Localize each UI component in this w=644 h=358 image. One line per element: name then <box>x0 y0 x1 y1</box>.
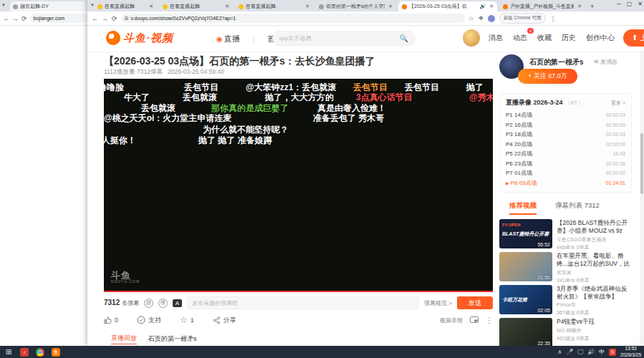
page-scrollbar[interactable] <box>640 51 644 347</box>
tab-recommend-videos[interactable]: 推荐视频 <box>509 201 537 215</box>
background-url-box[interactable]: bojianger.com <box>30 14 88 23</box>
streamer-name[interactable]: 石页的第一根矛s <box>529 57 584 67</box>
recording-item[interactable]: P4 20点场 02:00:00 <box>506 140 625 150</box>
tab-close-icon[interactable]: ✕ <box>225 4 229 9</box>
recommended-video-item[interactable]: F4 OPEN BLAST鹿特丹公开赛 56:52 【2026 BLAST鹿特丹… <box>499 219 632 249</box>
music-app-icon[interactable]: ♪ <box>20 348 29 357</box>
reload-icon[interactable]: ⟳ <box>21 15 27 22</box>
tab-audio-icon[interactable]: 🔊 <box>479 4 486 9</box>
chrome-update-pill[interactable]: 新版 Chrome 可用 <box>499 13 546 24</box>
profile-avatar[interactable] <box>488 15 495 22</box>
recording-item[interactable]: P5 22点场 16:43 <box>506 149 625 159</box>
user-menu-item[interactable]: 消息 <box>489 33 503 43</box>
player-progress-bar[interactable] <box>104 291 493 292</box>
video-source[interactable]: 斗鱼CSGO赛事主频道 <box>557 236 632 243</box>
back-icon[interactable]: ← <box>92 15 98 22</box>
video-title[interactable]: P4锐雯vs千珏 <box>557 318 632 326</box>
recording-item[interactable]: P1 14点场 02:00:03 <box>506 110 625 120</box>
video-source[interactable]: MG·蝴蝶侠 <box>557 327 632 334</box>
danmaku-font-icon[interactable]: A <box>173 299 182 307</box>
site-info-icon[interactable]: ⊞ <box>125 16 129 21</box>
extensions-icon[interactable]: ❖ <box>479 15 484 21</box>
browser-tab[interactable]: 【2026-03-25 03点场】石 🔊 ✕ <box>398 1 497 11</box>
danmaku-rules-link[interactable]: 弹幕规范 > <box>424 299 452 307</box>
volume-icon[interactable]: 🔊 <box>587 349 595 355</box>
danmaku-style-icon[interactable]: 弹 <box>158 299 168 308</box>
recording-item[interactable]: P3 18点场 02:00:03 <box>506 130 625 140</box>
browser-tab[interactable]: 石页的第一根矛s的个人空间 ✕ <box>315 1 396 11</box>
support-button[interactable]: 支持 <box>137 316 161 325</box>
recommended-video-item[interactable]: 卡组万花筒 02:05 3月赛季《绝命武器神仙反射火箭》【皇室战争】 Princ… <box>499 285 632 315</box>
menu-dots-icon[interactable]: ⋮ <box>550 15 557 22</box>
search-box[interactable]: qiqi太不容易 🔍 <box>272 31 415 46</box>
douyu-app-icon[interactable]: 鱼 <box>52 348 60 357</box>
video-title[interactable]: 【2026 BLAST鹿特丹公开赛】小组赛 MOUZ vs 9z B... <box>557 219 632 235</box>
bookmark-star-icon[interactable]: ☆ <box>468 15 474 22</box>
upload-video-button[interactable]: ⬆ 上传视频 <box>623 29 644 47</box>
url-box[interactable]: ⊞ v.douyu.com/show/0zZVvPQ2zVq7O4E2?ap=1 <box>121 14 465 23</box>
nav-live[interactable]: ◉直播 <box>216 34 240 44</box>
video-thumbnail[interactable]: F4 OPEN BLAST鹿特丹公开赛 56:52 <box>499 219 552 248</box>
more-options-icon[interactable]: ⋮ <box>486 316 493 324</box>
recordings-more-link[interactable]: 更多 > <box>611 100 625 107</box>
user-menu-item[interactable]: 收藏 <box>537 33 552 43</box>
recommended-video-item[interactable]: 22:35 P4锐雯vs千珏 MG·蝴蝶侠 462播放 0弹幕 <box>499 318 632 347</box>
tab-close-icon[interactable]: ✕ <box>305 4 309 9</box>
share-button[interactable]: 分享 <box>213 316 236 325</box>
recording-item[interactable]: P6 23点场 02:00:05 <box>506 159 625 169</box>
send-danmaku-button[interactable]: 发送 <box>457 296 493 309</box>
video-player[interactable]: 斗鱼 DOUYU.COM 噜噜脸丢包节目@大笨钟zz1：丢包就滚丢包节目丢包节目… <box>104 79 493 292</box>
tab-close-icon[interactable]: ✕ <box>489 4 494 9</box>
like-button[interactable]: 0 <box>104 316 118 324</box>
video-title[interactable]: 3月赛季《绝命武器神仙反射火箭》【皇室战争】 <box>557 285 632 300</box>
maximize-button[interactable]: ▢ <box>627 1 633 7</box>
close-button[interactable]: ✕ <box>638 1 643 7</box>
user-menu-item[interactable]: 历史 <box>562 33 576 43</box>
chrome-icon[interactable] <box>36 348 44 357</box>
reload-icon[interactable]: ⟳ <box>112 15 117 22</box>
video-thumbnail[interactable]: 卡组万花筒 02:05 <box>499 285 552 314</box>
forward-icon[interactable]: → <box>12 15 19 22</box>
tab-danmaku-list[interactable]: 弹幕列表 7312 <box>555 201 600 215</box>
scrollbar-thumb[interactable] <box>640 133 643 194</box>
background-tab[interactable]: 蹦音起舞-DY <box>10 1 87 11</box>
ime-indicator[interactable]: 中 <box>599 348 605 356</box>
breadcrumb-streamer[interactable]: 石页的第一根矛s <box>148 334 197 344</box>
new-tab-button[interactable]: + <box>590 3 594 10</box>
start-button-icon[interactable]: ⊞ <box>4 348 13 357</box>
video-thumbnail[interactable]: 22:35 <box>499 318 552 347</box>
user-menu-item[interactable]: 动态1 <box>513 33 527 43</box>
douyu-logo[interactable]: 斗鱼·视频 <box>106 31 173 45</box>
breadcrumb-category[interactable]: 直播回放 <box>111 334 137 344</box>
tray-app-badge-icon[interactable]: S <box>609 349 616 356</box>
tab-close-icon[interactable]: ✕ <box>577 4 582 9</box>
user-menu-item[interactable]: 创作中心 <box>586 33 615 43</box>
search-icon[interactable]: 🔍 <box>400 34 408 42</box>
browser-tab[interactable]: 在看直播起舞 ✕ <box>235 1 313 11</box>
video-thumbnail[interactable]: 01:50 <box>499 252 552 281</box>
recording-item[interactable]: P7 01点场 02:00:02 <box>506 168 625 178</box>
video-title[interactable]: 在车里开黑、看电影、撸烤...这台12万起的SUV，比你想... <box>557 252 632 268</box>
danmaku-shield-icon[interactable]: 防 <box>144 299 153 308</box>
minimize-button[interactable]: ─ <box>617 1 621 7</box>
recommended-video-item[interactable]: 01:50 在车里开黑、看电影、撸烤...这台12万起的SUV，比你想... 买… <box>499 252 632 282</box>
microphone-icon[interactable]: 🎤 <box>566 349 573 355</box>
browser-tab[interactable]: 在看直播起舞 ✕ <box>159 1 233 11</box>
forward-icon[interactable]: → <box>102 15 108 22</box>
danmaku-input[interactable]: 发条有趣的弹幕吧 <box>187 296 419 309</box>
tab-close-icon[interactable]: ✕ <box>149 4 153 9</box>
video-source[interactable]: 买车家 <box>557 269 632 276</box>
recording-item[interactable]: P2 16点场 02:00:00 <box>506 120 625 130</box>
recording-item[interactable]: ▶ P8 03点场 01:24:01 <box>506 178 625 188</box>
tray-expand-icon[interactable]: ∧ <box>558 349 562 355</box>
mini-player-icon[interactable] <box>470 316 479 324</box>
taskbar-clock[interactable]: 13:53 2026/3/25 <box>620 346 641 358</box>
video-source[interactable]: Prince哥 <box>557 301 632 309</box>
favorite-button[interactable]: ☆ 1 <box>180 315 194 325</box>
display-icon[interactable]: 🖵 <box>577 349 583 356</box>
back-icon[interactable]: ← <box>3 15 9 22</box>
browser-tab[interactable]: 在看直播起舞 ✕ <box>94 1 157 11</box>
browser-tab[interactable]: 户外直播_户外视频_斗鱼直播 ✕ <box>499 1 585 11</box>
tab-search-chevron-icon[interactable]: ▼ <box>1 3 6 7</box>
follow-button[interactable]: + 关注 67.0万 <box>518 69 577 84</box>
